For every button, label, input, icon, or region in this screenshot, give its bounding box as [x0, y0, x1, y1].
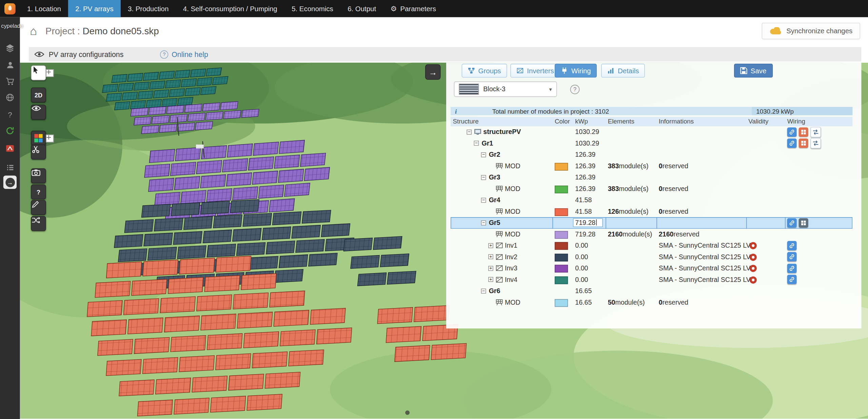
table-row-gr5[interactable]: −Gr5719.28 [451, 217, 852, 228]
color-swatch[interactable] [555, 163, 568, 170]
tree-expander[interactable]: − [481, 175, 486, 180]
project-file-name: Demo done05.skp [82, 26, 159, 37]
wiring-link-button[interactable] [787, 127, 797, 137]
block-selector[interactable]: Block-3 ▾ [454, 81, 557, 97]
tab-wiring[interactable]: Wiring [555, 64, 597, 78]
2d-view-tool-button[interactable]: 2D [31, 88, 46, 102]
informations-value: 2160 reserved [659, 228, 699, 240]
color-swatch[interactable] [555, 185, 568, 193]
wiring-link-button[interactable] [787, 275, 797, 284]
wiring-swap-button[interactable] [810, 127, 821, 137]
synchronize-button[interactable]: Synchronize changes [762, 23, 860, 39]
help-icon[interactable]: ? [570, 85, 580, 94]
select-tool-button[interactable] [31, 65, 46, 80]
table-row-structurepv[interactable]: −structurePV1030.29 [451, 126, 852, 137]
color-swatch[interactable] [555, 242, 568, 250]
sidebar-item-cart[interactable] [3, 75, 17, 88]
tree-expander[interactable]: − [481, 152, 486, 157]
tree-expander[interactable]: + [488, 266, 493, 271]
table-row-mod[interactable]: MOD41.58126 module(s)0 reserved [451, 206, 852, 217]
camera-tool-button[interactable] [31, 168, 46, 183]
table-row-inv1[interactable]: +Inv10.00SMA - SunnyCentral SC125 LV [451, 240, 852, 251]
wiring-link-button[interactable] [787, 264, 797, 273]
table-row-gr3[interactable]: −Gr3126.39 [451, 172, 852, 183]
kwp-value[interactable]: 719.28 [573, 218, 603, 227]
sidebar-item-layers[interactable] [3, 41, 17, 55]
tab-3-production[interactable]: 3. Production [121, 0, 176, 17]
online-help-link[interactable]: Online help [172, 50, 208, 58]
wiring-grid-button[interactable] [799, 127, 808, 137]
home-icon[interactable]: ⌂ [30, 24, 37, 38]
table-row-gr6[interactable]: −Gr616.65 [451, 285, 852, 297]
module-icon [495, 183, 503, 194]
table-row-mod[interactable]: MOD126.39383 module(s)0 reserved [451, 160, 852, 172]
sidebar-item-globe[interactable] [3, 91, 17, 104]
mini-grid-icon[interactable] [46, 69, 54, 77]
wiring-grid-button[interactable] [799, 218, 808, 228]
sidebar-item-list[interactable] [3, 160, 17, 174]
wiring-swap-button[interactable] [810, 138, 821, 149]
table-row-inv4[interactable]: +Inv40.00SMA - SunnyCentral SC125 LV [451, 274, 852, 285]
tab-1-location[interactable]: 1. Location [20, 0, 68, 17]
table-row-mod[interactable]: MOD719.282160 module(s)2160 reserved [451, 228, 852, 240]
visibility-tool-button[interactable] [31, 105, 46, 120]
table-row-mod[interactable]: MOD126.39383 module(s)0 reserved [451, 183, 852, 194]
tab-groups[interactable]: Groups [462, 64, 507, 78]
table-row-inv2[interactable]: +Inv20.00SMA - SunnyCentral SC125 LV [451, 251, 852, 262]
tree-expander[interactable]: − [481, 197, 486, 203]
panel-toggle-arrow-button[interactable]: → [425, 64, 441, 80]
shuffle-tool-button[interactable] [31, 216, 46, 231]
table-row-gr1[interactable]: −Gr11030.29 [451, 138, 852, 149]
color-swatch[interactable] [555, 208, 568, 216]
table-row-inv3[interactable]: +Inv30.00SMA - SunnyCentral SC125 LV [451, 263, 852, 274]
table-row-mod[interactable]: MOD16.6550 module(s)0 reserved [451, 297, 852, 308]
wiring-link-button[interactable] [787, 241, 797, 250]
table-row-gr4[interactable]: −Gr441.58 [451, 194, 852, 206]
tree-expander[interactable]: + [488, 243, 493, 248]
sidebar-item-user[interactable] [3, 58, 17, 71]
informations-value: SMA - SunnyCentral SC125 LV [659, 240, 751, 251]
tab-6-output[interactable]: 6. Output [340, 0, 383, 17]
column-header-elements: Elements [608, 118, 634, 125]
tab-parameters[interactable]: ⚙ Parameters [383, 0, 443, 17]
edit-tool-button[interactable] [31, 200, 46, 215]
color-swatch[interactable] [555, 276, 568, 284]
tree-expander[interactable]: − [474, 141, 479, 146]
kwp-value: 1030.29 [575, 138, 599, 149]
sidebar-item-brand[interactable] [3, 142, 17, 155]
section-tool-button[interactable] [31, 145, 46, 159]
structure-label: MOD [505, 228, 520, 240]
mini-grid-icon[interactable] [46, 135, 54, 142]
tab-details[interactable]: Details [601, 64, 645, 78]
tree-expander[interactable]: − [481, 220, 486, 225]
wiring-link-button[interactable] [787, 252, 797, 262]
wiring-buttons [787, 263, 799, 274]
sidebar-item-refresh[interactable] [3, 124, 17, 137]
tree-expander[interactable]: − [481, 288, 486, 293]
tab-2-pv-arrays[interactable]: 2. PV arrays [68, 0, 121, 17]
module-icon [495, 297, 503, 308]
wiring-grid-button[interactable] [799, 139, 808, 148]
wiring-link-button[interactable] [787, 218, 797, 228]
color-swatch[interactable] [555, 299, 568, 307]
tree-expander[interactable]: + [488, 277, 493, 282]
color-swatch[interactable] [555, 231, 568, 239]
structure-label: Gr1 [481, 138, 493, 149]
sidebar-item-help[interactable]: ? [3, 108, 17, 121]
help-tool-button[interactable]: ? [31, 185, 46, 199]
palette-tool-button[interactable] [31, 131, 46, 146]
structure-label: Gr3 [489, 172, 500, 183]
tree-expander[interactable]: − [467, 129, 472, 134]
sidebar-item-forward[interactable]: → [3, 176, 17, 189]
save-button[interactable]: Save [734, 64, 772, 78]
app-logo[interactable] [0, 0, 20, 17]
tab-5-economics[interactable]: 5. Economics [284, 0, 340, 17]
color-swatch[interactable] [555, 253, 568, 261]
color-swatch[interactable] [555, 265, 568, 272]
tab-4-self-consumption-pumping[interactable]: 4. Self-consumption / Pumping [176, 0, 284, 17]
table-row-gr2[interactable]: −Gr2126.39 [451, 149, 852, 160]
tab-inverters[interactable]: Inverters [510, 64, 560, 78]
wiring-link-button[interactable] [787, 139, 797, 148]
wiring-buttons [787, 217, 811, 228]
tree-expander[interactable]: + [488, 254, 493, 259]
